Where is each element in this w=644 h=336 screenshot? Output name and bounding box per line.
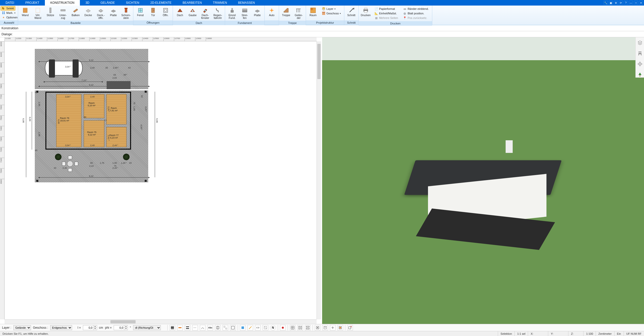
einzel-fund-icon: [229, 7, 236, 14]
opt-btn-newwin[interactable]: [347, 325, 353, 330]
opt-btn-view2[interactable]: [322, 325, 328, 330]
mehrere-seiten-button[interactable]: ▦Mehrere Seiten: [373, 16, 399, 20]
geschoss-dropdown[interactable]: Geschoss ▾: [321, 11, 342, 16]
close-icon[interactable]: ✕: [639, 1, 643, 5]
regenfallrohr-button[interactable]: Regen- fallrohr: [212, 6, 224, 20]
ribbon-group-auto: Auto: [265, 6, 279, 25]
menu-tab-datei[interactable]: DATEI: [0, 0, 20, 6]
opt-btn-12[interactable]: [255, 325, 261, 330]
unterzug-button[interactable]: Unter- zug: [57, 6, 69, 20]
pos-reset-button[interactable]: 📍Pos zurücksetz.: [402, 16, 430, 20]
papierformat-button[interactable]: 📄Papierformat: [373, 7, 399, 11]
phi-spinner[interactable]: ▲▼: [124, 325, 128, 330]
schnitt-button[interactable]: Schnitt: [345, 6, 357, 17]
menu-tab-3d[interactable]: 3D: [80, 0, 95, 6]
tool-icon[interactable]: 🔧: [604, 1, 608, 5]
geschoss-select[interactable]: Erdgeschos: [50, 325, 72, 330]
menu-tab-2d-elemente[interactable]: 2D-ELEMENTE: [145, 0, 177, 6]
opt-btn-10[interactable]: [240, 325, 246, 330]
settings-icon[interactable]: ⚙: [614, 1, 618, 5]
opt-btn-1[interactable]: [170, 325, 175, 330]
tuer-button[interactable]: Tür: [147, 6, 159, 17]
stuetze-button[interactable]: Stütze: [44, 6, 56, 17]
raum-button[interactable]: Raum: [307, 6, 319, 17]
dach-button[interactable]: Dach: [174, 6, 186, 17]
opt-btn-grid1[interactable]: [290, 325, 295, 330]
gaube-button[interactable]: Gaube: [187, 6, 199, 17]
minimize-icon[interactable]: —: [629, 1, 633, 5]
mark-button[interactable]: Mark. ▾: [1, 11, 17, 15]
view-3d[interactable]: [322, 37, 644, 324]
opt-btn-3[interactable]: [185, 325, 190, 330]
menu-tab-sichten[interactable]: SICHTEN: [120, 0, 145, 6]
opt-btn-n[interactable]: N: [270, 325, 276, 330]
streifen-button[interactable]: Strei- fen: [239, 6, 251, 20]
deck-oeffn-button[interactable]: Deck.- öffn.: [95, 6, 107, 20]
scrollbar-horizontal[interactable]: [5, 319, 317, 324]
menu-tab-projekt[interactable]: PROJEKT: [20, 0, 45, 6]
opt-btn-grid3[interactable]: [305, 325, 311, 330]
opt-btn-11[interactable]: [248, 325, 253, 330]
dl-select[interactable]: dl (Richtung/Di: [133, 325, 161, 330]
auto-button[interactable]: Auto: [266, 6, 278, 17]
layer-select[interactable]: Gelände: [13, 325, 31, 330]
decke-button[interactable]: Decke: [82, 6, 94, 17]
refresh-icon[interactable]: ⟳: [619, 1, 623, 5]
oeffn-button[interactable]: Öffn.: [160, 6, 172, 17]
optionen-button[interactable]: + Optionen: [1, 15, 19, 20]
platte-button[interactable]: Platte: [107, 6, 119, 17]
opt-btn-5[interactable]: [200, 325, 205, 330]
opt-btn-7[interactable]: [215, 325, 221, 330]
l-spinner[interactable]: ▲▼: [94, 325, 97, 330]
layer-dropdown[interactable]: Layer ▾: [321, 7, 342, 11]
phi-input[interactable]: [114, 325, 124, 330]
canvas-3d[interactable]: [322, 37, 644, 324]
dachfenster-button[interactable]: Dach- fenster: [199, 6, 211, 20]
opt-btn-grid2[interactable]: [297, 325, 303, 330]
opt-btn-8[interactable]: [223, 325, 228, 330]
layers-icon[interactable]: [637, 40, 643, 46]
platte-fund-button[interactable]: Platte: [251, 6, 263, 17]
opt-btn-view1[interactable]: [315, 325, 320, 330]
svg-rect-65: [299, 326, 300, 329]
opt-btn-view4[interactable]: [338, 325, 343, 330]
menu-tab-trimmen[interactable]: TRIMMEN: [207, 0, 233, 6]
opt-btn-view3[interactable]: [330, 325, 335, 330]
opt-btn-9[interactable]: [230, 325, 236, 330]
svg-rect-24: [242, 11, 247, 12]
schornstein-button[interactable]: Schorn- stein: [120, 6, 132, 20]
drucken-button[interactable]: Drucken: [360, 6, 372, 17]
opt-btn-4[interactable]: [192, 325, 198, 330]
balken-button[interactable]: Balken: [70, 6, 82, 17]
menu-tab-gelände[interactable]: GELÄNDE: [95, 0, 120, 6]
fenst-button[interactable]: Fenst: [134, 6, 146, 17]
menu-tab-bemassen[interactable]: BEMASSEN: [233, 0, 261, 6]
wand-button[interactable]: Wand: [19, 6, 31, 17]
gelaender-button[interactable]: Gelän- der: [293, 6, 305, 20]
raender-button[interactable]: ▭Ränder einblend.: [402, 7, 430, 11]
opt-btn-abc[interactable]: Abc: [207, 325, 213, 330]
l-input[interactable]: [83, 325, 94, 330]
menu-tab-konstruktion[interactable]: KONSTRUKTION: [45, 0, 80, 6]
virt-wand-button[interactable]: Virt. Wand: [32, 6, 44, 20]
selekt-button[interactable]: Selekt: [1, 6, 15, 11]
einheit-button[interactable]: 📐Einheit/Maßst.: [373, 11, 399, 16]
tree-icon[interactable]: [637, 72, 643, 78]
chair-icon[interactable]: [637, 50, 643, 56]
treppe-button[interactable]: Treppe: [280, 6, 292, 17]
view-2d[interactable]: 1110011200113001140011500116001170011800…: [0, 37, 322, 324]
maximize-icon[interactable]: □: [634, 1, 638, 5]
scrollbar-vertical[interactable]: [317, 41, 321, 319]
opt-btn-13[interactable]: [263, 325, 268, 330]
crosshair-icon[interactable]: [637, 61, 643, 67]
blatt-position-button[interactable]: ◎Blatt position.: [402, 11, 430, 16]
canvas-2d[interactable]: 3,04⁵ 9,12 7,19⁵ 2,40 25 2,44⁵ 43 93 2,0…: [5, 41, 317, 319]
scrollbar-thumb[interactable]: [110, 320, 136, 323]
window-icon[interactable]: ▣: [609, 1, 613, 5]
menu-tab-bearbeiten[interactable]: BEARBEITEN: [177, 0, 207, 6]
opt-btn-2[interactable]: [177, 325, 183, 330]
einzel-fund-button[interactable]: Einzel Fund.: [226, 6, 238, 20]
help-icon[interactable]: ?: [624, 1, 628, 5]
scrollbar-thumb[interactable]: [317, 44, 321, 79]
opt-btn-rec[interactable]: [280, 325, 286, 330]
